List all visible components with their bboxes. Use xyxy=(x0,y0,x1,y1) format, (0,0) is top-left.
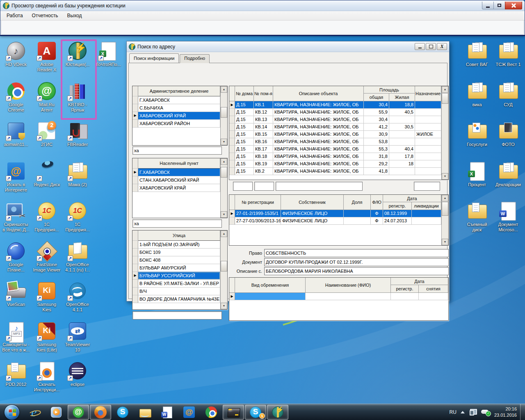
list-row[interactable]: ▶ХАБАРОВСКИЙ КРАЙ xyxy=(132,112,220,120)
menu-item-1[interactable]: Отчетность xyxy=(27,11,63,20)
registration-row[interactable]: ▶27-01-2/1999-1535/1ФИЗИЧЕСКОЕ ЛИЦОФ08.1… xyxy=(229,210,441,217)
list-row[interactable]: ▶БУЛЬВАР УССУРИЙСКИЙ xyxy=(132,272,220,280)
list-row[interactable]: В/Ч xyxy=(132,288,220,295)
encumbrance-row[interactable]: ▶ xyxy=(229,293,448,300)
list-row[interactable]: СТАН.ХАБАРОВСКИЙ КРАЙ xyxy=(132,176,220,184)
tab-1[interactable]: Подробно xyxy=(180,54,210,63)
desktop-icon[interactable]: PDD.2012 xyxy=(1,361,31,387)
list-row[interactable]: 1-ЫЙ ПОДЪЕМ (О.ЗАЯЧИЙ) xyxy=(132,241,220,249)
language-indicator[interactable]: RU xyxy=(450,409,457,415)
minimize-button[interactable] xyxy=(482,2,494,9)
admin-division-scrollbar[interactable]: ▲▼ xyxy=(220,86,227,145)
taskbar-ie[interactable] xyxy=(23,405,45,420)
list-row[interactable]: В РАЙОНЕ УЛ.МАТЕ-ЗАЛКИ - УЛ.ВЕР xyxy=(132,280,220,288)
scrollbar-thumb[interactable] xyxy=(442,202,448,216)
registration-row[interactable]: 27-27-01/306/2013-16ФИЗИЧЕСКОЕ ЛИЦОФ24.0… xyxy=(229,217,441,225)
desktop-icon[interactable]: Mail.Ru Агент xyxy=(32,81,62,113)
list-row[interactable]: Г.ХАБАРОВСК xyxy=(132,96,220,104)
desktop-icon[interactable]: eclipse xyxy=(62,361,93,387)
scroll-down-icon[interactable]: ▼ xyxy=(221,303,227,309)
desktop-icon[interactable]: Мама (2) xyxy=(62,161,93,187)
desktop-icon[interactable]: TeamViewer 10 xyxy=(62,321,93,353)
desktop-icon[interactable]: Документ Microso... xyxy=(493,201,523,233)
scrollbar-thumb[interactable] xyxy=(442,93,448,104)
list-row[interactable]: ХАБАРОВСКИЙ КРАЙ xyxy=(132,184,220,192)
list-row[interactable]: С.БЫЧИХА xyxy=(132,104,220,112)
object-row[interactable]: Д.15КВ.19КВАРТИРА, НАЗНАЧЕНИЕ: ЖИЛОЕ, ОБ… xyxy=(229,160,441,168)
taskbar-skype[interactable] xyxy=(112,405,133,420)
desktop-icon[interactable]: Скачать Инструкци... xyxy=(32,361,62,393)
object-row[interactable]: Д.15КВ.18КВАРТИРА, НАЗНАЧЕНИЕ: ЖИЛОЕ, ОБ… xyxy=(229,153,441,160)
scrollbar-thumb[interactable] xyxy=(221,107,227,118)
taskbar-mailru-agent[interactable] xyxy=(68,405,89,420)
house-filter-input[interactable] xyxy=(233,182,253,191)
object-row[interactable]: Д.15КВ.17КВАРТИРА, НАЗНАЧЕНИЕ: ЖИЛОЕ, ОБ… xyxy=(229,146,441,153)
desktop-icon[interactable]: Съемный диск xyxy=(462,201,492,233)
object-row[interactable]: ▶Д.15КВ.1КВАРТИРА, НАЗНАЧЕНИЕ: ЖИЛОЕ, ОБ… xyxy=(229,101,441,109)
settlement-scrollbar[interactable]: ▲▼ xyxy=(220,158,227,218)
desktop-icon[interactable]: ТСЖ Вест 1 xyxy=(493,41,523,67)
desktop-icon[interactable]: Самоцветы - Все что в ж... xyxy=(1,321,31,353)
taskbar-explorer[interactable] xyxy=(134,405,155,420)
desktop-icon[interactable]: 1С Предприя... xyxy=(32,201,62,233)
desktop-icon[interactable]: Google Chrome xyxy=(1,81,31,113)
desktop-icon[interactable]: 1С Предприя... xyxy=(62,201,93,233)
list-row[interactable]: ВО ДВОРЕ ДОМА ГАМАРНИКА №43Е xyxy=(132,295,220,303)
desc-filter-input[interactable] xyxy=(276,182,363,191)
desktop-icon[interactable]: Samsung Kies (Lite) xyxy=(32,321,62,353)
field-value[interactable]: БЕЛОБОРОДОВА МАРИЯ НИКОЛАЕВНА xyxy=(264,267,449,275)
object-row[interactable]: Д.15КВ.13КВАРТИРА, НАЗНАЧЕНИЕ: ЖИЛОЕ, ОБ… xyxy=(229,116,441,123)
object-row[interactable]: Д.15КВ.2КВАРТИРА, НАЗНАЧЕНИЕ: ЖИЛОЕ, ОБ4… xyxy=(229,168,441,175)
cloud-sync-icon[interactable] xyxy=(481,409,490,415)
object-row[interactable]: Д.15КВ.12КВАРТИРА, НАЗНАЧЕНИЕ: ЖИЛОЕ, ОБ… xyxy=(229,109,441,116)
desktop-icon[interactable]: FastStone Image Viewer xyxy=(32,241,62,273)
main-window-titlebar[interactable]: Просмотр сведений из базы учреждения юст… xyxy=(0,0,525,11)
taskbar-word[interactable] xyxy=(156,405,178,420)
street-filter-input[interactable] xyxy=(132,311,222,320)
desktop-icon[interactable]: OpenOffice 4.1.1 xyxy=(62,281,93,313)
settlement-filter-input[interactable] xyxy=(132,219,222,228)
registration-scrollbar[interactable]: ▲▼ xyxy=(441,195,448,245)
scrollbar-thumb[interactable] xyxy=(221,167,227,178)
desktop-icon[interactable]: FBReader xyxy=(62,121,93,147)
object-row[interactable]: Д.15КВ.16КВАРТИРА, НАЗНАЧЕНИЕ: ЖИЛОЕ, ОБ… xyxy=(229,138,441,146)
desktop-icon[interactable]: Google Плане... xyxy=(1,241,31,273)
list-row[interactable]: БУЛЬВАР АМУРСКИЙ xyxy=(132,264,220,272)
desktop-icon[interactable]: Декларации xyxy=(493,161,523,187)
street-scrollbar[interactable]: ▲▼ xyxy=(220,231,227,309)
list-row[interactable]: БОКС 408 xyxy=(132,256,220,264)
desktop-icon[interactable]: ФОТО xyxy=(493,121,523,147)
tab-0[interactable]: Поиск информации xyxy=(129,53,179,63)
desktop-icon[interactable]: Искать в Интернете xyxy=(1,161,31,193)
scroll-up-icon[interactable]: ▲ xyxy=(221,158,227,165)
scroll-up-icon[interactable]: ▲ xyxy=(442,195,448,201)
scrollbar-thumb[interactable] xyxy=(221,261,227,272)
desktop-icon[interactable]: Adobe Reader X xyxy=(32,41,62,73)
purpose-filter-input[interactable] xyxy=(414,182,440,191)
menu-item-0[interactable]: Работа xyxy=(2,11,27,20)
desktop-icon[interactable]: ТоЧтоЯПо... xyxy=(93,41,123,67)
tray-expand-icon[interactable] xyxy=(461,411,465,413)
desktop-icon[interactable]: Samsung Kies xyxy=(32,281,62,313)
list-row[interactable]: ХАБАРОВСКИЙ РАЙОН xyxy=(132,120,220,128)
object-row[interactable]: Д.15КВ.14КВАРТИРА, НАЗНАЧЕНИЕ: ЖИЛОЕ, ОБ… xyxy=(229,123,441,131)
taskbar-justice[interactable] xyxy=(267,405,288,420)
scroll-up-icon[interactable]: ▲ xyxy=(442,86,448,93)
field-value[interactable]: ДОГОВОР КУПЛИ-ПРОДАЖИ ОТ 02.12.1999Г. xyxy=(264,258,449,266)
desktop-icon[interactable]: OpenOffice 4.1.1 (ru) I... xyxy=(62,241,93,273)
show-desktop-button[interactable] xyxy=(520,404,525,420)
dialog-close-button[interactable] xyxy=(437,43,447,50)
desktop-icon[interactable]: Скриншоты в Яндекс.Д... xyxy=(1,201,31,233)
scroll-up-icon[interactable]: ▲ xyxy=(221,86,227,93)
desktop-icon[interactable]: Госуслуги xyxy=(462,121,492,147)
list-row[interactable]: БОКС 109 xyxy=(132,249,220,256)
scroll-down-icon[interactable]: ▼ xyxy=(221,139,227,145)
desktop-icon[interactable]: СУД xyxy=(493,81,523,107)
objects-scrollbar[interactable]: ▲▼ xyxy=(441,86,448,180)
taskbar-mailru[interactable] xyxy=(178,405,200,420)
list-row[interactable]: ▶Г.ХАБАРОВСК xyxy=(132,169,220,176)
desktop-icon[interactable]: Совет ВАГ xyxy=(462,41,492,67)
scroll-up-icon[interactable]: ▲ xyxy=(221,231,227,237)
desktop-icon[interactable]: Процент xyxy=(462,161,492,187)
scroll-down-icon[interactable]: ▼ xyxy=(221,211,227,218)
